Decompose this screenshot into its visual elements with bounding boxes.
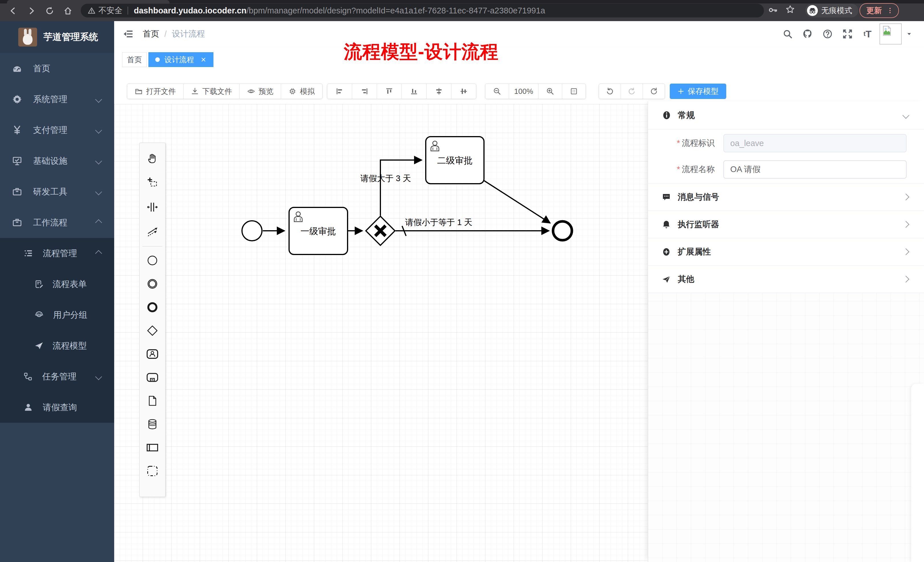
browser-active-tab[interactable] bbox=[7, 0, 170, 3]
breadcrumb-home[interactable]: 首页 bbox=[142, 28, 159, 40]
breadcrumb-separator: / bbox=[164, 29, 166, 39]
star-icon[interactable] bbox=[785, 4, 795, 14]
zoom-reset-button[interactable] bbox=[562, 84, 586, 99]
align-top-button[interactable] bbox=[376, 84, 402, 99]
section-general[interactable]: 常规 bbox=[648, 101, 924, 129]
font-size-button[interactable]: tT bbox=[860, 26, 876, 42]
exclusive-gateway[interactable] bbox=[366, 216, 395, 245]
section-extended-attributes[interactable]: 扩展属性 bbox=[648, 238, 924, 265]
sidebar-logo[interactable]: 芋道管理系统 bbox=[0, 21, 114, 53]
github-button[interactable] bbox=[800, 26, 816, 42]
process-key-input[interactable] bbox=[723, 134, 907, 152]
undo-icon bbox=[606, 87, 614, 95]
redo-icon bbox=[628, 87, 636, 95]
sidebar-item-label: 基础设施 bbox=[33, 155, 68, 167]
tags-view: 首页 设计流程 bbox=[114, 47, 924, 69]
sidebar-item-payment[interactable]: 支付管理 bbox=[0, 115, 114, 145]
sidebar-item-process-form[interactable]: 流程表单 bbox=[0, 269, 114, 300]
flow-task2-to-end[interactable] bbox=[484, 181, 550, 223]
flow-label-gt[interactable]: 请假大于 3 天 bbox=[360, 174, 411, 183]
update-button[interactable]: 更新 bbox=[860, 3, 899, 18]
sidebar-item-devtools[interactable]: 研发工具 bbox=[0, 176, 114, 207]
zoom-level[interactable]: 100% bbox=[509, 84, 538, 99]
help-button[interactable] bbox=[819, 26, 836, 42]
incognito-badge: 无痕模式 bbox=[805, 4, 858, 17]
download-file-button[interactable]: 下载文件 bbox=[183, 84, 240, 99]
align-right-button[interactable] bbox=[352, 84, 377, 99]
zoom-level-value: 100% bbox=[514, 87, 533, 96]
reload-button[interactable] bbox=[44, 4, 56, 17]
section-execution-listeners[interactable]: 执行监听器 bbox=[648, 211, 924, 238]
flow-gateway-to-task2[interactable] bbox=[380, 160, 422, 216]
bpmn-diagram[interactable]: 请假大于 3 天 请假小于等于 1 天 一级审批 bbox=[114, 104, 648, 562]
save-model-button[interactable]: 保存模型 bbox=[670, 84, 726, 99]
sidebar-item-user-group[interactable]: 用户分组 bbox=[0, 300, 114, 330]
open-file-button[interactable]: 打开文件 bbox=[127, 84, 183, 99]
restart-button[interactable] bbox=[643, 84, 665, 99]
github-icon bbox=[802, 28, 813, 39]
browser-chrome: 不安全 dashboard.yudao.iocoder.cn/bpm/manag… bbox=[0, 0, 924, 21]
yen-icon bbox=[12, 125, 22, 135]
key-icon[interactable] bbox=[768, 4, 778, 14]
redo-button[interactable] bbox=[621, 84, 643, 99]
chevron-right-icon bbox=[902, 248, 909, 255]
fullscreen-button[interactable] bbox=[840, 26, 855, 42]
process-name-input[interactable] bbox=[723, 160, 907, 178]
search-icon bbox=[783, 29, 793, 39]
sidebar-item-process-model[interactable]: 流程模型 bbox=[0, 330, 114, 361]
button-label: 打开文件 bbox=[146, 87, 176, 96]
page-header: 首页 / 设计流程 tT bbox=[114, 21, 924, 47]
bell-icon bbox=[662, 220, 671, 229]
user-task-level2[interactable]: 二级审批 bbox=[426, 136, 484, 184]
flow-label-le[interactable]: 请假小于等于 1 天 bbox=[405, 218, 472, 227]
section-other[interactable]: 其他 bbox=[648, 265, 924, 293]
tab-home[interactable]: 首页 bbox=[122, 52, 147, 67]
breadcrumb: 首页 / 设计流程 bbox=[142, 28, 205, 40]
sidebar-item-label: 流程管理 bbox=[43, 247, 77, 259]
properties-panel-region: 常规 *流程标识 *流程名称 消息与信号 执行监听器 bbox=[648, 101, 924, 562]
sidebar-item-process-management[interactable]: 流程管理 bbox=[0, 238, 114, 269]
plus-icon bbox=[678, 88, 684, 95]
button-label: 预览 bbox=[258, 87, 273, 96]
start-event[interactable] bbox=[242, 221, 262, 241]
undo-button[interactable] bbox=[599, 84, 621, 99]
sidebar-item-task-management[interactable]: 任务管理 bbox=[0, 361, 114, 392]
forward-button[interactable] bbox=[25, 4, 38, 17]
home-button[interactable] bbox=[62, 4, 74, 17]
back-icon bbox=[9, 6, 18, 15]
workflow-submenu: 流程管理 流程表单 用户分组 流程模型 任务管理 bbox=[0, 238, 114, 423]
app-logo-image bbox=[18, 28, 37, 46]
gear-icon bbox=[12, 94, 22, 104]
caret-down-icon[interactable] bbox=[906, 30, 913, 37]
tab-design-process[interactable]: 设计流程 bbox=[148, 52, 213, 67]
align-left-button[interactable] bbox=[327, 84, 352, 99]
align-vcenter-button[interactable] bbox=[451, 84, 476, 99]
chevron-down-icon[interactable] bbox=[902, 112, 909, 119]
search-button[interactable] bbox=[780, 26, 796, 42]
sidebar-item-workflow[interactable]: 工作流程 bbox=[0, 207, 114, 238]
zoom-in-button[interactable] bbox=[538, 84, 562, 99]
menu-dots-icon[interactable] bbox=[886, 7, 894, 14]
tree-list-icon bbox=[23, 249, 33, 258]
sidebar-item-home[interactable]: 首页 bbox=[0, 53, 114, 84]
user-task-level1[interactable]: 一级审批 bbox=[289, 207, 348, 255]
right-scroll-strip[interactable] bbox=[911, 384, 924, 562]
simulate-button[interactable]: 模拟 bbox=[281, 84, 322, 99]
sidebar-item-infra[interactable]: 基础设施 bbox=[0, 145, 114, 176]
align-bottom-button[interactable] bbox=[402, 84, 427, 99]
zoom-out-button[interactable] bbox=[485, 84, 509, 99]
align-bottom-icon bbox=[410, 87, 418, 96]
end-event[interactable] bbox=[553, 221, 572, 240]
url-bar[interactable]: 不安全 dashboard.yudao.iocoder.cn/bpm/manag… bbox=[81, 4, 764, 17]
sidebar-item-leave-query[interactable]: 请假查询 bbox=[0, 392, 114, 423]
paper-plane-icon bbox=[662, 275, 671, 284]
section-messages-signals[interactable]: 消息与信号 bbox=[648, 183, 924, 211]
close-icon[interactable] bbox=[200, 57, 207, 63]
back-button[interactable] bbox=[7, 4, 20, 17]
align-hcenter-button[interactable] bbox=[426, 84, 452, 99]
avatar[interactable] bbox=[879, 23, 902, 45]
chip-icon bbox=[288, 87, 297, 95]
preview-button[interactable]: 预览 bbox=[239, 84, 281, 99]
sidebar-item-system[interactable]: 系统管理 bbox=[0, 84, 114, 115]
collapse-sidebar-icon[interactable] bbox=[123, 28, 134, 39]
